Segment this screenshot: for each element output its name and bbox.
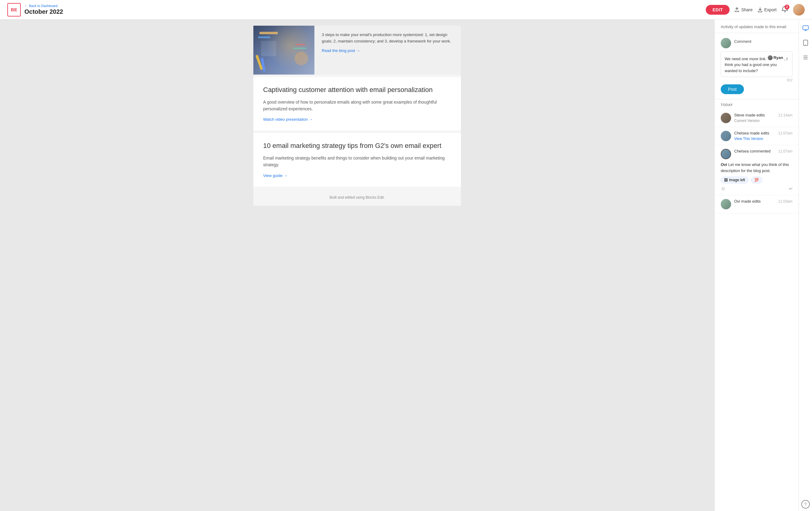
- post-button[interactable]: Post: [721, 84, 744, 94]
- share-label: Share: [741, 7, 752, 12]
- back-arrow-icon: ←: [24, 4, 28, 8]
- activity-item-ovi-edits: Ovi made edits 11:03am: [715, 195, 799, 213]
- steve-time: 11:14am: [778, 113, 792, 117]
- chelsea-time: 11:07am: [778, 131, 792, 135]
- activity-sidebar: Activity of updates made to this email C…: [714, 20, 812, 511]
- hundred-chip[interactable]: 💯: [751, 177, 762, 183]
- comment-row: Comment: [721, 38, 792, 48]
- block1-text: 3 steps to make your email's production …: [322, 32, 454, 45]
- activity-row-chelsea: Chelsea made edits 11:07am View This Ver…: [721, 131, 792, 141]
- email-hero-image: [253, 26, 314, 75]
- today-label: TODAY: [715, 99, 799, 109]
- chelsea-comment-time: 11:07am: [778, 149, 792, 154]
- ovi-time: 11:03am: [778, 199, 792, 204]
- activity-content: Steve made edits 11:14am Current Version: [734, 113, 792, 123]
- card1-body: A good overview of how to personalize em…: [263, 99, 451, 112]
- chelsea-comment-text: Let me know what you think of this descr…: [721, 162, 789, 173]
- reply-button[interactable]: ↩: [789, 186, 792, 191]
- chelsea-name: Chelsea made edits: [734, 131, 769, 135]
- email-card-1: Captivating customer attention with emai…: [253, 77, 461, 131]
- activity-item-steve-edits: Steve made edits 11:14am Current Version: [715, 109, 799, 127]
- design-el-3: [261, 41, 276, 56]
- activity-item-chelsea-edits: Chelsea made edits 11:07am View This Ver…: [715, 127, 799, 145]
- image-left-label: Image left: [729, 178, 745, 182]
- image-left-chip[interactable]: 🖼 Image left: [721, 177, 749, 183]
- logo: BE: [7, 3, 21, 17]
- mobile-icon: [803, 40, 808, 46]
- header-title-area: ← Back to Dashboard October 2022: [24, 4, 706, 15]
- main-layout: 3 steps to make your email's production …: [0, 20, 812, 511]
- list-view-icon-btn[interactable]: [801, 53, 810, 62]
- sidebar-main: Activity of updates made to this email C…: [715, 20, 799, 511]
- activity-top: Steve made edits 11:14am: [734, 113, 792, 117]
- comment-label: Comment: [734, 39, 751, 44]
- chelsea-comment-content: Chelsea commented 11:07am: [734, 149, 792, 154]
- design-el-6: [293, 48, 307, 49]
- chelsea-activity-top: Chelsea made edits 11:07am: [734, 131, 792, 135]
- watch-video-link[interactable]: Watch video presentation →: [263, 117, 313, 122]
- reaction-chips: 🖼 Image left 💯: [721, 177, 792, 183]
- chelsea-comment-row: Chelsea commented 11:07am: [721, 149, 792, 159]
- view-this-version-link[interactable]: View This Version: [734, 137, 792, 141]
- mention-span: Ryan: [768, 55, 783, 61]
- emoji-button[interactable]: ☺: [721, 186, 726, 191]
- export-button[interactable]: Export: [758, 7, 777, 12]
- ovi-activity-top: Ovi made edits 11:03am: [734, 199, 792, 204]
- card2-body: Email marketing strategy benefits and th…: [263, 155, 451, 168]
- mobile-view-icon-btn[interactable]: [801, 38, 810, 48]
- avatar-image: [793, 4, 805, 16]
- ovi-mention: Ovi: [721, 162, 727, 167]
- svg-rect-0: [803, 26, 808, 30]
- chelsea-comment-avatar: [721, 149, 731, 159]
- edit-button[interactable]: EDIT: [706, 5, 730, 15]
- back-to-dashboard-link[interactable]: ← Back to Dashboard: [24, 4, 706, 8]
- svg-point-2: [805, 44, 806, 45]
- view-guide-link[interactable]: View guide →: [263, 173, 288, 178]
- current-version-label: Current Version: [734, 118, 792, 123]
- email-content: 3 steps to make your email's production …: [253, 26, 461, 206]
- read-blog-link[interactable]: Read the blog post →: [322, 48, 360, 53]
- design-el-4: [295, 52, 308, 65]
- activity-item-chelsea-comment: Chelsea commented 11:07am Ovi Let me kno…: [715, 145, 799, 195]
- back-link-label: Back to Dashboard: [29, 4, 58, 8]
- hundred-emoji: 💯: [754, 178, 759, 182]
- ovi-avatar: [721, 199, 731, 209]
- image-left-icon: 🖼: [724, 178, 728, 182]
- share-icon: [734, 7, 740, 12]
- card2-title: 10 email marketing strategy tips from G2…: [263, 141, 451, 151]
- avatar[interactable]: [793, 4, 805, 16]
- activity-feed: TODAY Steve made edits 11:14am Current V…: [715, 99, 799, 511]
- chelsea-comment-name: Chelsea commented: [734, 149, 771, 154]
- steve-avatar: [721, 113, 731, 123]
- desktop-icon: [803, 25, 809, 31]
- header-actions: EDIT Share Export 2: [706, 4, 805, 16]
- email-image-text-block: 3 steps to make your email's production …: [253, 26, 461, 75]
- design-el-5: [296, 44, 305, 45]
- svg-point-4: [803, 57, 803, 58]
- email-card-2: 10 email marketing strategy tips from G2…: [253, 133, 461, 186]
- ovi-name: Ovi made edits: [734, 199, 761, 204]
- mention-name: Ryan: [774, 55, 783, 61]
- email-footer: Built and edited using Blocks Edit.: [253, 189, 461, 206]
- page-title: October 2022: [24, 8, 706, 15]
- notification-button[interactable]: 2: [781, 6, 788, 14]
- comment-text-pre: We need one more link.: [725, 57, 766, 61]
- comment-actions: ☺ ↩: [721, 186, 792, 191]
- activity-header: Activity of updates made to this email: [715, 20, 799, 33]
- chelsea-avatar: [721, 131, 731, 141]
- header: BE ← Back to Dashboard October 2022 EDIT…: [0, 0, 812, 20]
- card1-title: Captivating customer attention with emai…: [263, 86, 451, 95]
- list-icon: [803, 55, 808, 60]
- desktop-view-icon-btn[interactable]: [801, 23, 810, 33]
- design-el-1: [259, 32, 278, 34]
- chelsea-content: Chelsea made edits 11:07am View This Ver…: [734, 131, 792, 141]
- comment-box[interactable]: We need one more link. Ryan , I think yo…: [721, 51, 792, 77]
- char-count: 922: [721, 78, 792, 82]
- steve-name: Steve made edits: [734, 113, 765, 117]
- share-button[interactable]: Share: [734, 7, 752, 12]
- comment-section: Comment We need one more link. Ryan , I …: [715, 33, 799, 99]
- mention-avatar: [768, 55, 773, 60]
- footer-text: Built and edited using Blocks Edit.: [330, 195, 385, 199]
- help-button[interactable]: ?: [801, 500, 810, 509]
- notification-badge: 2: [785, 5, 789, 9]
